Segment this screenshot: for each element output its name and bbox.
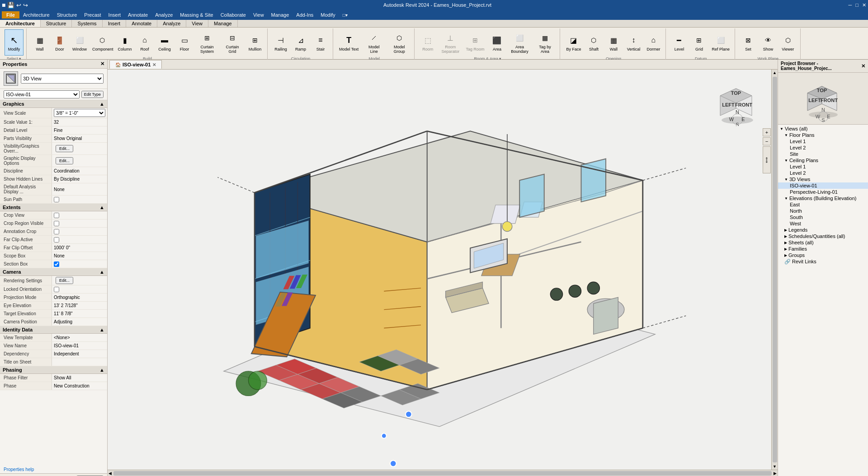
btn-curtain-system[interactable]: ⊞ Curtain System — [195, 29, 219, 56]
scroll-right-btn[interactable]: ▶ — [773, 470, 778, 476]
section-extents[interactable]: Extents ▲ — [0, 204, 107, 211]
menu-collaborate[interactable]: Collaborate — [217, 11, 250, 19]
prop-far-clip-active-val[interactable] — [52, 236, 107, 243]
edit-type-btn[interactable]: Edit Type — [81, 91, 104, 98]
btn-floor[interactable]: ▭ Floor — [175, 29, 194, 56]
prop-title-on-sheet-val[interactable] — [52, 358, 107, 366]
menu-view[interactable]: View — [250, 11, 268, 19]
btn-area[interactable]: ⬛ Area — [487, 29, 506, 56]
btn-modify[interactable]: ↖ Modify — [5, 29, 24, 56]
btn-show[interactable]: 👁 Show — [759, 29, 778, 56]
btn-ceiling[interactable]: ▬ Ceiling — [155, 29, 174, 56]
btn-wall-open[interactable]: ▦ Wall — [604, 29, 623, 56]
btn-component[interactable]: ⬡ Component — [90, 29, 114, 56]
tab-view[interactable]: View — [186, 20, 208, 27]
view-scrollbar-horizontal[interactable]: ◀ ▶ — [108, 470, 778, 476]
section-box-checkbox[interactable] — [54, 261, 59, 267]
pb-nav-cube-svg[interactable]: LEFT FRONT TOP N E S W — [794, 75, 853, 122]
prop-rendering-settings-val[interactable]: Edit... — [52, 276, 107, 285]
pb-item-site-fp[interactable]: Site — [778, 151, 868, 157]
pb-item-sheets[interactable]: ▶ Sheets (all) — [778, 239, 868, 246]
scroll-left-btn[interactable]: ◀ — [108, 470, 113, 476]
btn-tag-room[interactable]: ⊞ Tag Room — [463, 29, 486, 56]
btn-roof[interactable]: ⌂ Roof — [135, 29, 154, 56]
pb-item-ceiling-plans[interactable]: ▼ Ceiling Plans — [778, 157, 868, 163]
tab-annotate[interactable]: Annotate — [126, 20, 157, 27]
btn-room[interactable]: ⬚ Room — [418, 29, 437, 56]
btn-model-line[interactable]: ⟋ Model Line — [362, 29, 386, 56]
pb-item-groups[interactable]: ▶ Groups — [778, 252, 868, 258]
scroll-thumb-h[interactable] — [113, 471, 772, 476]
qa-redo[interactable]: ↪ — [23, 2, 28, 9]
pb-item-east[interactable]: East — [778, 201, 868, 208]
qa-undo[interactable]: ↩ — [16, 2, 21, 9]
graphic-display-edit-btn[interactable]: Edit... — [56, 157, 73, 164]
crop-region-checkbox[interactable] — [54, 221, 59, 226]
pb-expand-ceiling-plans[interactable]: ▼ — [784, 159, 788, 163]
btn-viewer[interactable]: ⬡ Viewer — [778, 29, 797, 56]
pb-item-families[interactable]: ▶ Families — [778, 246, 868, 252]
crop-view-checkbox[interactable] — [54, 213, 59, 218]
pb-close-btn[interactable]: ✕ — [861, 63, 865, 69]
pb-expand-floor-plans[interactable]: ▼ — [784, 133, 788, 137]
view-tab-iso[interactable]: 🏠 ISO-view-01 ✕ — [109, 60, 162, 69]
view-name-dropdown[interactable]: ISO-view-01 — [4, 90, 80, 98]
pb-expand-elevations[interactable]: ▼ — [784, 196, 788, 201]
btn-door[interactable]: 🚪 Door — [50, 29, 69, 56]
qa-save[interactable]: 💾 — [7, 2, 14, 9]
pb-expand-families[interactable]: ▶ — [784, 247, 787, 251]
menu-precast[interactable]: Precast — [80, 11, 104, 19]
pb-item-level1-cp[interactable]: Level 1 — [778, 163, 868, 170]
tab-manage[interactable]: Manage — [208, 20, 238, 27]
close-btn[interactable]: ✕ — [862, 2, 866, 8]
section-camera-collapse[interactable]: ▲ — [99, 269, 104, 275]
view-tab-close-btn[interactable]: ✕ — [152, 62, 156, 67]
pb-expand-legends[interactable]: ▶ — [784, 228, 787, 232]
pb-item-perspective-living[interactable]: Perspective-Living-01 — [778, 189, 868, 195]
prop-vis-graphics-val[interactable]: Edit... — [52, 143, 107, 154]
section-graphics-collapse[interactable]: ▲ — [99, 101, 104, 107]
prop-help-link[interactable]: Properties help — [0, 466, 107, 473]
btn-shaft[interactable]: ⬡ Shaft — [584, 29, 603, 56]
btn-railing[interactable]: ⊣ Railing — [271, 29, 290, 56]
btn-mullion[interactable]: ⊞ Mullion — [245, 29, 264, 56]
tab-analyze[interactable]: Analyze — [157, 20, 186, 27]
pb-expand-schedules[interactable]: ▶ — [784, 234, 787, 238]
rendering-settings-edit-btn[interactable]: Edit... — [56, 277, 73, 284]
far-clip-active-checkbox[interactable] — [54, 237, 59, 243]
menu-massing[interactable]: Massing & Site — [176, 11, 217, 19]
tab-structure[interactable]: Structure — [41, 20, 72, 27]
prop-annotation-crop-val[interactable] — [52, 228, 107, 235]
pb-expand-3d-views[interactable]: ▼ — [784, 177, 788, 182]
btn-vertical[interactable]: ↕ Vertical — [624, 29, 643, 56]
prop-locked-orientation-val[interactable] — [52, 285, 107, 293]
section-camera[interactable]: Camera ▲ — [0, 268, 107, 276]
pb-item-iso-view-01[interactable]: ISO-view-01 — [778, 182, 868, 189]
menu-analyze[interactable]: Analyze — [151, 11, 176, 19]
pb-expand-groups[interactable]: ▶ — [784, 253, 787, 257]
btn-model-text[interactable]: T Model Text — [337, 29, 361, 56]
menu-modify[interactable]: Modify — [317, 11, 339, 19]
btn-grid[interactable]: ⊞ Grid — [689, 29, 708, 56]
section-graphics[interactable]: Graphics ▲ — [0, 100, 107, 108]
pb-item-elevations[interactable]: ▼ Elevations (Building Elevation) — [778, 195, 868, 201]
prop-view-name-val[interactable]: ISO-view-01 — [52, 342, 107, 350]
pb-item-legends[interactable]: ▶ Legends — [778, 227, 868, 233]
section-extents-collapse[interactable]: ▲ — [99, 205, 104, 210]
pb-item-level2-cp[interactable]: Level 2 — [778, 170, 868, 176]
menu-manage[interactable]: Manage — [268, 11, 293, 19]
pb-item-north[interactable]: North — [778, 208, 868, 214]
btn-set[interactable]: ⊠ Set — [739, 29, 758, 56]
btn-tag-by-area[interactable]: ▦ Tag by Area — [533, 29, 557, 56]
element-type-select[interactable]: 3D View — [21, 74, 104, 84]
pb-item-floor-plans[interactable]: ▼ Floor Plans — [778, 132, 868, 138]
contextual-tab-indicator[interactable]: □▾ — [343, 13, 348, 18]
prop-section-box-val[interactable] — [52, 260, 107, 268]
tab-insert[interactable]: Insert — [103, 20, 127, 27]
sun-path-checkbox[interactable] — [54, 197, 59, 202]
pb-item-3d-views[interactable]: ▼ 3D Views — [778, 176, 868, 182]
scroll-thumb-v[interactable] — [773, 77, 777, 462]
vis-graphics-edit-btn[interactable]: Edit... — [56, 145, 73, 152]
section-identity-collapse[interactable]: ▲ — [99, 327, 104, 332]
scroll-up-btn[interactable]: ▲ — [772, 70, 778, 76]
